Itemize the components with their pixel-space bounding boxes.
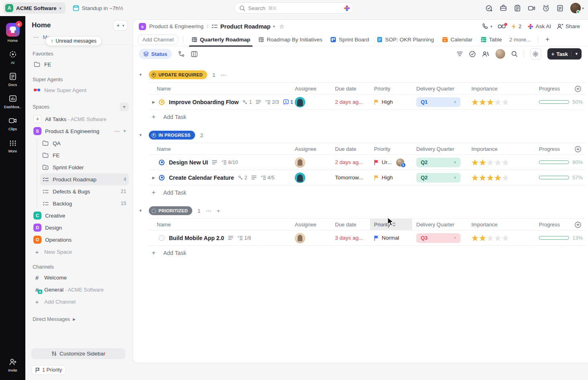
share-button[interactable]: Share	[557, 23, 580, 29]
star-empty-icon[interactable]: ★	[494, 234, 502, 242]
add-column-icon[interactable]	[575, 222, 581, 228]
tab-quarterly-roadmap[interactable]: Quarterly Roadmap	[188, 33, 253, 46]
star-filled-icon[interactable]: ★	[471, 158, 479, 166]
group-by-status-chip[interactable]: Status	[139, 49, 172, 59]
column-header-priority[interactable]: Priority	[370, 83, 412, 94]
sidebar-item-product-engineering[interactable]: S Product & Engineering ⋯+	[32, 125, 129, 137]
page-title[interactable]: Product Roadmap	[220, 23, 271, 30]
column-header-assignee[interactable]: Assignee	[291, 83, 331, 94]
assignees-icon[interactable]	[482, 51, 489, 57]
column-header-due[interactable]: Due date	[331, 83, 370, 94]
sidebar-item-sprint-folder[interactable]: Sprint Folder	[40, 161, 129, 173]
link-count[interactable]: 2	[238, 175, 247, 181]
column-header-priority[interactable]: Priority	[370, 219, 412, 230]
watcher-avatar[interactable]: 1	[396, 158, 404, 166]
group-add-icon[interactable]: +	[217, 208, 220, 214]
tab-table[interactable]: Table	[477, 33, 505, 46]
task-row[interactable]: ▶ Improve Onboarding Flow 1 2/3 1 2 days…	[149, 94, 585, 110]
status-pill[interactable]: UPDATE REQUIRED	[149, 70, 207, 79]
column-header-name[interactable]: Name	[149, 83, 291, 94]
quarter-select[interactable]: Q2▼	[416, 173, 461, 183]
star-filled-icon[interactable]: ★	[479, 98, 486, 106]
column-header-assignee[interactable]: Assignee	[291, 219, 331, 230]
status-icon-in-progress[interactable]	[159, 175, 164, 181]
filter-icon[interactable]	[456, 51, 463, 57]
rail-item-clips[interactable]: Clips	[0, 113, 25, 135]
group-menu-icon[interactable]: ⋯	[206, 207, 212, 214]
plus-icon[interactable]: +	[123, 128, 126, 134]
rail-item-docs[interactable]: Docs	[0, 68, 25, 90]
view-settings-button[interactable]	[530, 48, 541, 60]
star-empty-icon[interactable]: ★	[494, 98, 502, 106]
importance-stars[interactable]: ★★★★★	[471, 234, 509, 242]
sidebar-item-fe[interactable]: FE	[40, 149, 129, 161]
sidebar-item-defects-bugs[interactable]: Defects & Bugs 21	[40, 185, 129, 197]
add-column-icon[interactable]	[575, 146, 581, 152]
sidebar-item-product-roadmap[interactable]: Product Roadmap 4	[40, 173, 129, 185]
column-header-priority[interactable]: Priority	[370, 143, 412, 154]
importance-stars[interactable]: ★★★★★	[471, 174, 509, 182]
column-header-assignee[interactable]: Assignee	[291, 143, 331, 154]
rail-item-dashboards[interactable]: Dashboa..	[0, 90, 25, 113]
subtasks-icon[interactable]	[178, 51, 185, 57]
star-empty-icon[interactable]: ★	[487, 158, 494, 166]
due-date[interactable]: Tomorrow...	[335, 175, 363, 181]
collapse-caret-icon[interactable]: ▼	[139, 133, 144, 137]
description-icon[interactable]	[212, 160, 217, 164]
column-header-due[interactable]: Due date	[331, 143, 370, 154]
rail-item-invite[interactable]: Invite	[0, 354, 25, 376]
quarter-select[interactable]: Q2▼	[416, 158, 461, 167]
rail-item-home[interactable]: 4 Home	[0, 19, 25, 46]
priority-value[interactable]: Ur... 1	[370, 158, 412, 166]
task-name[interactable]: Build Mobile App 2.0	[169, 235, 224, 241]
group-menu-icon[interactable]: ⋯	[221, 72, 227, 78]
new-space-button[interactable]: + New Space	[32, 246, 129, 258]
star-filled-icon[interactable]: ★	[494, 174, 502, 182]
checklist-count[interactable]: 4/5	[261, 175, 274, 181]
call-button[interactable]: ▾	[481, 23, 492, 30]
add-column-icon[interactable]	[575, 86, 581, 92]
star-filled-icon[interactable]: ★	[487, 98, 494, 106]
task-row[interactable]: Build Mobile App 2.0 1/8 3 days ag... No…	[149, 230, 585, 246]
assignee-avatar[interactable]	[295, 233, 305, 243]
description-icon[interactable]	[228, 236, 233, 240]
collapse-caret-icon[interactable]: ▼	[139, 73, 144, 77]
new-task-button[interactable]: +Task ▼	[547, 48, 582, 60]
sidebar-item-creative[interactable]: C Creative	[32, 210, 129, 222]
chevron-down-icon[interactable]: ▼	[572, 52, 582, 56]
status-pill[interactable]: PRIORITIZED	[149, 206, 192, 215]
checklist-count[interactable]: 1/8	[237, 235, 251, 241]
column-header-importance[interactable]: Importance	[467, 83, 535, 94]
importance-stars[interactable]: ★★★★★	[471, 158, 509, 166]
star-empty-icon[interactable]: ★	[502, 174, 509, 182]
star-empty-icon[interactable]: ★	[502, 98, 509, 106]
search-input[interactable]: Search ⌘K	[234, 2, 354, 14]
customize-sidebar-button[interactable]: Customize Sidebar	[31, 348, 125, 359]
add-task-button[interactable]: +Add Task	[149, 246, 588, 260]
sidebar-item-qa[interactable]: QA	[40, 137, 129, 149]
star-filled-icon[interactable]: ★	[487, 174, 494, 182]
description-icon[interactable]	[256, 100, 261, 104]
ai-sparkle-icon[interactable]	[343, 5, 350, 12]
columns-icon[interactable]	[191, 51, 197, 57]
agents-button[interactable]	[498, 24, 506, 29]
star-empty-icon[interactable]: ★	[502, 158, 509, 166]
add-task-button[interactable]: +Add Task	[149, 110, 588, 124]
inbox-icon[interactable]	[500, 4, 507, 12]
favorite-star-icon[interactable]: ☆	[279, 23, 284, 30]
star-filled-icon[interactable]: ★	[471, 98, 479, 106]
tab-roadmap-by-initiatives[interactable]: Roadmap By Initiatives	[255, 33, 325, 46]
clips-icon[interactable]	[528, 4, 536, 12]
task-row[interactable]: ▶ Create Calendar Feature 2 4/5 Tomorrow…	[149, 170, 585, 185]
quarter-select[interactable]: Q1▼	[416, 97, 461, 107]
rail-item-more[interactable]: More	[0, 135, 25, 157]
status-icon-update-required[interactable]	[159, 99, 164, 105]
add-task-button[interactable]: +Add Task	[149, 185, 588, 200]
priority-value[interactable]: High	[370, 99, 412, 105]
column-header-importance[interactable]: Importance	[467, 219, 535, 230]
direct-messages-toggle[interactable]: Direct Messages ▶	[33, 316, 129, 322]
add-channel-button[interactable]: + Add Channel	[32, 296, 129, 308]
assignee-avatar[interactable]	[295, 173, 305, 183]
expand-caret-icon[interactable]: ▶	[149, 176, 158, 180]
tab-sprint-board[interactable]: Sprint Board	[327, 33, 372, 46]
